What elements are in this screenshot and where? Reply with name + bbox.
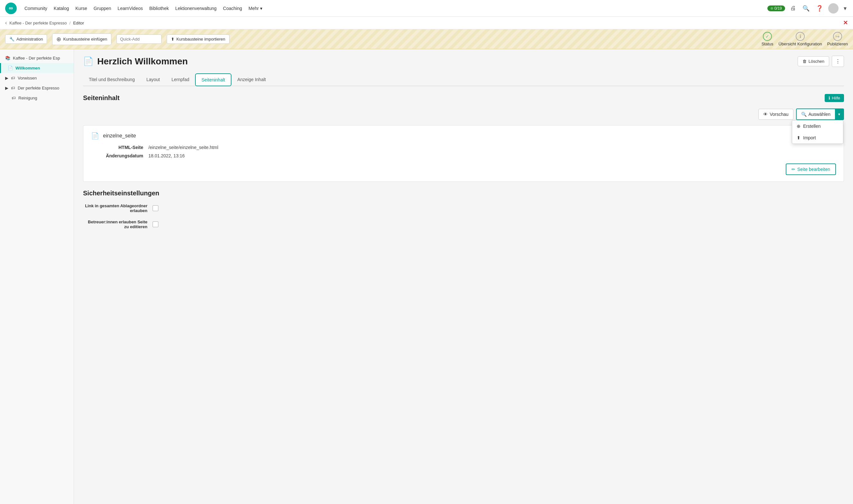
nav-mehr[interactable]: Mehr ▾ <box>249 6 262 11</box>
header-actions: 🗑 Löschen ⋮ <box>798 56 844 67</box>
link-checkbox[interactable] <box>152 205 158 211</box>
card-details: HTML-Seite /einzelne_seite/einzelne_seit… <box>102 145 836 158</box>
more-options-button[interactable]: ⋮ <box>832 56 844 67</box>
page-title: 📄 Herzlich Willkommen <box>83 56 188 67</box>
publish-button[interactable]: ↪ Publizieren <box>827 32 848 46</box>
card-title: einzelne_seite <box>103 133 136 139</box>
breadcrumb-bar: ‹ Kaffee - Der perfekte Espresso / Edito… <box>0 17 853 29</box>
check-icon: ✓ <box>763 32 772 41</box>
search-icon: 🔍 <box>801 112 806 117</box>
nav-links: Community Katalog Kurse Gruppen LearnVid… <box>24 6 760 11</box>
auswahlen-dropdown: ⊕ Erstellen ⬆ Import <box>792 120 843 144</box>
auswahlen-arrow-button[interactable]: ▾ <box>835 109 843 120</box>
eye-icon: 👁 <box>763 112 768 117</box>
form-row-0: Link in gesamten Ablageordner erlauben <box>83 203 844 213</box>
share-icon: ↪ <box>833 32 842 41</box>
toolbar-right: ✓ Status ℹ Übersicht Konfiguration ↪ Pub… <box>762 32 848 46</box>
import-button[interactable]: ⬆ Kursbausteine importieren <box>167 34 230 44</box>
plus-circle-icon: ⊕ <box>797 124 800 129</box>
page-header: 📄 Herzlich Willkommen 🗑 Löschen ⋮ <box>83 56 844 67</box>
betreuer-label: Betreuer:innen erlauben Seite zu editier… <box>83 219 147 229</box>
add-modules-button[interactable]: ⊕ Kursbausteine einfügen <box>52 34 111 45</box>
toolbar: 🔧 Administration ⊕ Kursbausteine einfüge… <box>0 29 853 49</box>
auswahlen-group: 🔍 Auswählen ▾ ⊕ Erstellen ⬆ Import <box>796 108 844 120</box>
nav-right: 0/19 🖨 🔍 ❓ ▾ <box>767 3 848 14</box>
html-seite-label: HTML-Seite <box>102 145 143 150</box>
card-page-icon: 📄 <box>91 132 99 140</box>
main-layout: 📚 Kaffee - Der perfekte Esp 📄 Willkommen… <box>0 49 853 504</box>
breadcrumb-separator: / <box>70 21 71 25</box>
dropdown-erstellen[interactable]: ⊕ Erstellen <box>792 120 843 132</box>
sidebar-item-vorwissen[interactable]: ▶ 🏷 Vorwissen <box>0 73 74 83</box>
link-label: Link in gesamten Ablageordner erlauben <box>83 203 147 213</box>
vorschau-button[interactable]: 👁 Vorschau <box>758 109 793 120</box>
nav-lektionenverwaltung[interactable]: Lektionenverwaltung <box>175 6 216 11</box>
section-title: Seiteninhalt <box>83 94 120 102</box>
breadcrumb-close-button[interactable]: ✕ <box>843 19 848 26</box>
user-menu-arrow[interactable]: ▾ <box>842 3 848 13</box>
html-seite-value: /einzelne_seite/einzelne_seite.html <box>148 145 218 150</box>
group-icon-3: 🏷 <box>12 95 16 101</box>
nav-learnvideos[interactable]: LearnVideos <box>117 6 143 11</box>
wrench-icon: 🔧 <box>9 37 15 41</box>
datum-row: Änderungsdatum 18.01.2022, 13:16 <box>102 153 836 158</box>
status-dot <box>770 7 773 10</box>
import-icon: ⬆ <box>797 135 800 140</box>
nav-community[interactable]: Community <box>24 6 47 11</box>
seite-bearbeiten-button[interactable]: ✏ Seite bearbeiten <box>786 163 836 175</box>
top-navigation: ∞ Community Katalog Kurse Gruppen LearnV… <box>0 0 853 17</box>
actions-row: 👁 Vorschau 🔍 Auswählen ▾ ⊕ Erstellen <box>83 108 844 120</box>
chevron-down-icon: ▾ <box>838 112 840 116</box>
group-icon-2: 🏷 <box>11 86 15 90</box>
info-icon: ℹ <box>796 32 805 41</box>
nav-bibliothek[interactable]: Bibliothek <box>149 6 169 11</box>
help-button[interactable]: ❓ <box>815 3 824 13</box>
tab-titel[interactable]: Titel und Beschreibung <box>83 73 141 86</box>
sidebar-item-willkommen[interactable]: 📄 Willkommen <box>0 63 74 73</box>
section-header: Seiteninhalt ℹ Hilfe <box>83 94 844 102</box>
datum-value: 18.01.2022, 13:16 <box>148 153 185 158</box>
betreuer-checkbox[interactable] <box>152 221 158 227</box>
hilfe-button[interactable]: ℹ Hilfe <box>825 94 844 102</box>
tab-layout[interactable]: Layout <box>141 73 166 86</box>
tab-seiteninhalt[interactable]: Seiteninhalt <box>195 73 232 86</box>
nav-kurse[interactable]: Kurse <box>75 6 87 11</box>
print-button[interactable]: 🖨 <box>789 3 797 13</box>
administration-button[interactable]: 🔧 Administration <box>5 34 47 44</box>
breadcrumb-back-button[interactable]: ‹ <box>5 20 7 26</box>
datum-label: Änderungsdatum <box>102 153 143 158</box>
card-footer: ✏ Seite bearbeiten <box>91 163 836 175</box>
dropdown-import[interactable]: ⬆ Import <box>792 132 843 144</box>
help-circle-icon: ℹ <box>829 95 830 101</box>
sidebar-item-reinigung[interactable]: 🏷 Reinigung <box>0 93 74 103</box>
html-seite-row: HTML-Seite /einzelne_seite/einzelne_seit… <box>102 145 836 150</box>
logo-icon[interactable]: ∞ <box>5 3 17 14</box>
tab-anzeige[interactable]: Anzeige Inhalt <box>232 73 272 86</box>
sidebar-item-espresso[interactable]: ▶ 🏷 Der perfekte Espresso <box>0 83 74 93</box>
nav-gruppen[interactable]: Gruppen <box>94 6 111 11</box>
quick-add-input[interactable] <box>116 34 162 44</box>
expand-icon-2: ▶ <box>5 86 8 90</box>
sidebar-course-title: 📚 Kaffee - Der perfekte Esp <box>0 53 74 63</box>
avatar[interactable] <box>828 3 838 14</box>
expand-icon: ▶ <box>5 76 8 80</box>
search-button[interactable]: 🔍 <box>801 3 811 13</box>
group-icon: 🏷 <box>11 76 15 80</box>
status-button[interactable]: ✓ Status <box>762 32 774 46</box>
plus-icon: ⊕ <box>56 36 61 43</box>
edit-icon: ✏ <box>792 167 795 172</box>
content-card: 📄 einzelne_seite HTML-Seite /einzelne_se… <box>83 125 844 182</box>
sidebar: 📚 Kaffee - Der perfekte Esp 📄 Willkommen… <box>0 49 74 504</box>
auswahlen-button[interactable]: 🔍 Auswählen <box>797 109 835 120</box>
breadcrumb-parent[interactable]: Kaffee - Der perfekte Espresso <box>9 21 67 25</box>
delete-button[interactable]: 🗑 Löschen <box>798 56 829 66</box>
nav-coaching[interactable]: Coaching <box>223 6 242 11</box>
upload-icon: ⬆ <box>171 37 175 41</box>
tab-lernpfad[interactable]: Lernpfad <box>166 73 195 86</box>
sicherheit-title: Sicherheitseinstellungen <box>83 190 844 197</box>
card-header: 📄 einzelne_seite <box>91 132 836 140</box>
trash-icon: 🗑 <box>802 59 806 64</box>
config-overview-button[interactable]: ℹ Übersicht Konfiguration <box>779 32 822 46</box>
page-title-icon: 📄 <box>83 56 93 66</box>
nav-katalog[interactable]: Katalog <box>54 6 69 11</box>
